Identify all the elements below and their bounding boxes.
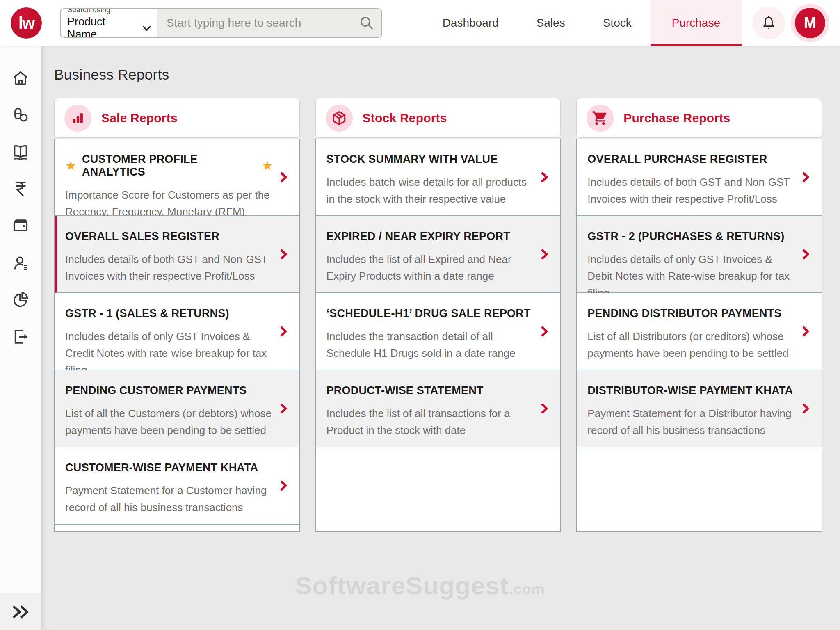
report-item[interactable]: PENDING DISTRIBUTOR PAYMENTSList of all … [577,293,822,370]
report-item-title-text: GSTR - 1 (SALES & RETURNS) [65,307,229,320]
report-item-title: PENDING CUSTOMER PAYMENTS [65,384,273,397]
bar-chart-icon [64,105,91,132]
report-item-title: DISTRIBUTOR-WISE PAYMENT KHATA [587,384,795,397]
app-logo-text: lw [18,14,34,32]
sidebar-expand-button[interactable] [0,593,41,630]
report-item[interactable]: CUSTOMER-WISE PAYMENT KHATAPayment State… [55,447,299,525]
nav-item-dashboard[interactable]: Dashboard [424,0,518,46]
package-icon [326,105,353,132]
report-item-title-text: PENDING DISTRIBUTOR PAYMENTS [587,307,781,320]
watermark-suffix: .com [509,581,545,598]
wallet-icon[interactable] [0,208,41,244]
search-mode-dropdown[interactable]: Search using Product Name [61,9,158,37]
chevron-right-icon [538,325,550,338]
main-nav: DashboardSalesStockPurchase [424,0,742,46]
report-item-description: List of all Distributors (or creditors) … [587,328,795,362]
chevron-right-icon [799,325,812,338]
chevron-right-icon [799,248,812,260]
report-item-title: OVERALL PURCHASE REGISTER [587,153,795,166]
report-item-title-text: DISTRIBUTOR-WISE PAYMENT KHATA [587,384,793,397]
report-item[interactable]: DISTRIBUTOR-WISE PAYMENT KHATAPayment St… [577,370,822,447]
notifications-button[interactable] [752,7,785,39]
chevron-down-icon [143,26,151,31]
report-item-title: OVERALL SALES REGISTER [65,230,273,243]
home-icon[interactable] [0,60,41,97]
report-item-description: Includes details of both GST and Non-GST… [65,251,273,285]
report-item[interactable]: STOCK SUMMARY WITH VALUEIncludes batch-w… [316,139,561,216]
star-icon: ★ [262,160,273,172]
report-item[interactable]: PENDING CUSTOMER PAYMENTSList of all the… [55,370,299,447]
report-item[interactable]: GSTR - 2 (PURCHASES & RETURNS)Includes d… [577,216,822,293]
report-item-title-text: STOCK SUMMARY WITH VALUE [326,153,498,166]
report-list-filler [55,525,299,531]
report-item[interactable]: ‘SCHEDULE-H1’ DRUG SALE REPORTIncludes t… [316,293,561,370]
chevron-right-icon [277,325,290,338]
report-item[interactable]: GSTR - 1 (SALES & RETURNS)Includes detai… [55,293,299,370]
medicine-icon[interactable] [0,97,41,134]
search-mode-selected-value: Product Name [67,16,138,38]
search-input[interactable] [166,16,358,30]
chevron-right-icon [538,171,550,183]
report-item-title: EXPIRED / NEAR EXPIRY REPORT [326,230,534,243]
report-item[interactable]: OVERALL SALES REGISTERIncludes details o… [55,216,299,293]
report-item-title-text: EXPIRED / NEAR EXPIRY REPORT [326,230,510,243]
report-list: STOCK SUMMARY WITH VALUEIncludes batch-w… [315,139,561,532]
report-item-title: GSTR - 1 (SALES & RETURNS) [65,307,273,320]
report-column-title: Purchase Reports [623,111,730,125]
screen: lw Search using Product Name [0,0,840,630]
watermark: SoftwareSuggest.com [295,571,545,600]
report-item-title: PRODUCT-WISE STATEMENT [326,384,534,397]
report-item-title-text: OVERALL SALES REGISTER [65,230,219,243]
main-content: Business Reports Sale Reports ★CUSTOMER … [41,46,840,630]
double-chevron-right-icon [10,603,31,621]
report-item[interactable]: OVERALL PURCHASE REGISTERIncludes detail… [577,139,822,216]
app-logo[interactable]: lw [11,7,42,39]
chevron-right-icon [799,171,812,183]
search-icon[interactable] [358,15,375,31]
report-list: OVERALL PURCHASE REGISTERIncludes detail… [576,139,822,532]
report-column-stock: Stock Reports STOCK SUMMARY WITH VALUEIn… [315,98,561,532]
avatar-initial: M [795,8,825,38]
report-column-header: Stock Reports [315,98,561,138]
avatar[interactable]: M [791,4,829,42]
report-list-filler [577,447,822,531]
topbar: lw Search using Product Name [0,0,840,46]
report-item-description: Includes details of both GST and Non-GST… [587,174,795,208]
chevron-right-icon [277,479,290,492]
report-columns: Sale Reports ★CUSTOMER PROFILE ANALYTICS… [54,98,822,532]
report-item-title: ‘SCHEDULE-H1’ DRUG SALE REPORT [326,307,534,320]
report-column-header: Purchase Reports [576,98,822,138]
logout-icon[interactable] [0,318,41,355]
report-item[interactable]: ★CUSTOMER PROFILE ANALYTICS★Importance S… [55,139,299,216]
nav-item-stock[interactable]: Stock [584,0,651,46]
report-item-title-text: PRODUCT-WISE STATEMENT [326,384,484,397]
report-item[interactable]: PRODUCT-WISE STATEMENTIncludes the list … [316,370,561,447]
chevron-right-icon [277,402,290,415]
report-item-title: STOCK SUMMARY WITH VALUE [326,153,534,166]
report-item-title-text: PENDING CUSTOMER PAYMENTS [65,384,247,397]
nav-item-purchase[interactable]: Purchase [651,0,742,46]
report-column-header: Sale Reports [54,98,300,138]
sidebar-icons [0,46,41,355]
report-list: ★CUSTOMER PROFILE ANALYTICS★Importance S… [54,139,300,532]
report-column-title: Sale Reports [101,111,178,125]
nav-item-sales[interactable]: Sales [518,0,584,46]
report-item-description: Includes the list of all transactions fo… [326,405,534,439]
chevron-right-icon [538,248,550,260]
sidebar [0,46,41,630]
report-item-title: ★CUSTOMER PROFILE ANALYTICS★ [65,153,273,178]
report-item-description: Includes batch-wise details for all prod… [326,174,534,208]
search-using-label: Search using [67,8,151,14]
book-icon[interactable] [0,134,41,171]
report-item-title: GSTR - 2 (PURCHASES & RETURNS) [587,230,795,243]
rupee-icon[interactable] [0,171,41,208]
pie-chart-icon[interactable] [0,281,41,318]
chevron-right-icon [538,402,550,415]
report-item-description: Payment Statement for a Distributor havi… [587,405,795,439]
report-item[interactable]: EXPIRED / NEAR EXPIRY REPORTIncludes the… [316,216,561,293]
report-item-title-text: OVERALL PURCHASE REGISTER [587,153,767,166]
report-list-filler [316,447,561,531]
search-control: Search using Product Name [60,8,382,38]
report-item-title-text: ‘SCHEDULE-H1’ DRUG SALE REPORT [326,307,531,320]
contacts-icon[interactable] [0,244,41,281]
